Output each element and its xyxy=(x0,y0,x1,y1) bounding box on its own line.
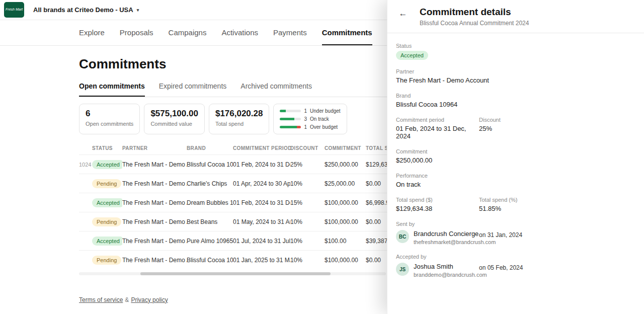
under-budget-label: Under budget xyxy=(310,108,341,114)
nav-item-payments[interactable]: Payments xyxy=(273,20,307,45)
tab-expired-commitments[interactable]: Expired commitments xyxy=(159,78,227,97)
table-row[interactable]: Pending The Fresh Mart - Demo Account Be… xyxy=(79,212,422,231)
total-spend-row: Total spend ($) $129,634.38 Total spend … xyxy=(396,197,635,212)
commitment-field: Commitment $250,000.00 xyxy=(396,148,635,164)
table-row[interactable]: Accepted The Fresh Mart - Demo Account D… xyxy=(79,193,422,212)
panel-subtitle: Blissful Cocoa Annual Commitment 2024 xyxy=(420,20,529,27)
privacy-policy-link[interactable]: Privacy policy xyxy=(131,296,168,303)
discount-label: Discount xyxy=(479,117,501,123)
commitment-cell: $100,000.00 xyxy=(325,251,366,270)
sent-by-email: thefreshmarket@brandcrush.com xyxy=(414,239,496,245)
period-cell: 01 Jul, 2024 to 31 Jul, 2024 xyxy=(233,231,290,251)
accepted-by-field: Accepted by JS Joshua Smith branddemo@br… xyxy=(396,254,635,278)
commitment-label: Commitment xyxy=(396,148,635,154)
ref-column-header xyxy=(79,141,92,155)
discount-cell: 10% xyxy=(290,231,325,251)
committed-value-card: $575,100.00 Committed value xyxy=(144,104,205,134)
under-budget-row: 1 Under budget xyxy=(280,108,340,114)
brand-cell: Blissful Cocoa 10964 xyxy=(187,155,233,174)
table-row[interactable]: Pending The Fresh Mart - Demo Account Bl… xyxy=(79,251,422,270)
discount-cell: 25% xyxy=(290,155,325,174)
discount-column-header: Discount xyxy=(290,141,325,155)
commitment-period-label: Commitment period xyxy=(396,117,479,123)
table-row[interactable]: 1024 Accepted The Fresh Mart - Demo Acco… xyxy=(79,155,422,174)
terms-of-service-link[interactable]: Terms of service xyxy=(79,296,123,303)
partner-cell: The Fresh Mart - Demo Account xyxy=(122,212,187,231)
performance-label: Performance xyxy=(396,173,635,179)
partner-cell: The Fresh Mart - Demo Account xyxy=(122,251,187,270)
status-badge: Pending xyxy=(92,217,121,226)
status-badge: Accepted xyxy=(92,198,122,207)
status-badge: Accepted xyxy=(396,51,428,60)
brand-column-header: Brand xyxy=(187,141,233,155)
nav-item-proposals[interactable]: Proposals xyxy=(120,20,153,45)
row-ref xyxy=(79,251,92,270)
period-cell: 01 Feb, 2024 to 31 Dec, 2024 xyxy=(233,193,290,212)
status-badge: Accepted xyxy=(92,160,122,169)
committed-value-label: Committed value xyxy=(150,121,198,127)
row-ref: 1024 xyxy=(79,155,92,174)
nav-item-commitments[interactable]: Commitments xyxy=(322,20,372,45)
open-commitments-count: 6 xyxy=(86,109,133,119)
total-spend-dollar-value: $129,634.38 xyxy=(396,205,479,212)
open-commitments-card: 6 Open commitments xyxy=(79,104,140,134)
brand-cell: Dream Bubbles 10966 xyxy=(187,193,233,212)
table-header-row: Status Partner Brand Commitment period D… xyxy=(79,141,422,155)
back-arrow-icon[interactable]: ← xyxy=(396,7,410,20)
accepted-by-label: Accepted by xyxy=(396,254,635,260)
on-track-label: On track xyxy=(310,116,329,122)
status-label: Status xyxy=(396,43,635,49)
app-root: Fresh Mart All brands at Criteo Demo - U… xyxy=(0,0,644,314)
brand-field: Brand Blissful Cocoa 10964 xyxy=(396,93,635,108)
discount-field: Discount 25% xyxy=(479,117,501,140)
discount-cell: 10% xyxy=(290,174,325,193)
sent-by-field: Sent by BC Brandcrush Concierge thefresh… xyxy=(396,221,635,245)
accepted-by-email: branddemo@brandcrush.com xyxy=(414,272,487,278)
period-cell: 01 Jan, 2025 to 31 Mar, 2025 xyxy=(233,251,290,270)
period-cell: 01 May, 2024 to 31 Aug, 2024 xyxy=(233,212,290,231)
discount-cell: 15% xyxy=(290,193,325,212)
status-badge: Pending xyxy=(92,256,121,265)
tab-open-commitments[interactable]: Open commitments xyxy=(79,78,145,97)
brand-selector[interactable]: All brands at Criteo Demo - USA ▾ xyxy=(33,6,139,14)
avatar: JS xyxy=(396,263,409,276)
nav-item-explore[interactable]: Explore xyxy=(79,20,105,45)
horizontal-scrollbar-thumb[interactable] xyxy=(140,272,331,275)
partner-field: Partner The Fresh Mart - Demo Account xyxy=(396,68,635,84)
horizontal-scrollbar xyxy=(79,272,386,275)
over-budget-label: Over budget xyxy=(310,124,338,130)
commitment-period-value: 01 Feb, 2024 to 31 Dec, 2024 xyxy=(396,125,479,140)
total-spend-value: $176,020.28 xyxy=(215,109,263,119)
over-budget-bar xyxy=(280,126,301,128)
tab-archived-commitments[interactable]: Archived commitments xyxy=(240,78,312,97)
discount-cell: 10% xyxy=(290,251,325,270)
brand-cell: Best Beans xyxy=(187,212,233,231)
fresh-mart-logo[interactable]: Fresh Mart xyxy=(4,2,24,18)
commitment-cell: $100,000.00 xyxy=(325,193,366,212)
total-spend-pct-label: Total spend (%) xyxy=(479,197,517,203)
commitment-period-field: Commitment period 01 Feb, 2024 to 31 Dec… xyxy=(396,117,479,140)
commitment-details-panel: ← Commitment details Blissful Cocoa Annu… xyxy=(387,0,644,314)
commitment-column-header: Commitment xyxy=(325,141,366,155)
row-ref xyxy=(79,193,92,212)
table-row[interactable]: Pending The Fresh Mart - Demo Account Ch… xyxy=(79,174,422,193)
on-track-bar xyxy=(280,118,301,120)
committed-value: $575,100.00 xyxy=(150,109,198,119)
period-cell: 01 Apr, 2024 to 30 Apr, 2024 xyxy=(233,174,290,193)
panel-title: Commitment details xyxy=(420,7,529,18)
commitment-value: $250,000.00 xyxy=(396,156,635,164)
row-ref xyxy=(79,231,92,251)
accepted-by-name: Joshua Smith xyxy=(414,263,487,270)
status-column-header: Status xyxy=(92,141,122,155)
budget-status-card: 1 Under budget 3 On track 1 Over budget xyxy=(273,104,347,134)
nav-item-activations[interactable]: Activations xyxy=(221,20,258,45)
brand-selector-label: All brands at Criteo Demo - USA xyxy=(33,6,133,14)
nav-item-campaigns[interactable]: Campaigns xyxy=(169,20,207,45)
status-field: Status Accepted xyxy=(396,43,635,60)
commitments-table: Status Partner Brand Commitment period D… xyxy=(79,141,422,270)
total-spend-dollar-field: Total spend ($) $129,634.38 xyxy=(396,197,479,212)
partner-cell: The Fresh Mart - Demo Account xyxy=(122,174,187,193)
on-track-row: 3 On track xyxy=(280,116,340,122)
table-row[interactable]: Accepted The Fresh Mart - Demo Account P… xyxy=(79,231,422,251)
footer-separator: & xyxy=(125,296,129,303)
